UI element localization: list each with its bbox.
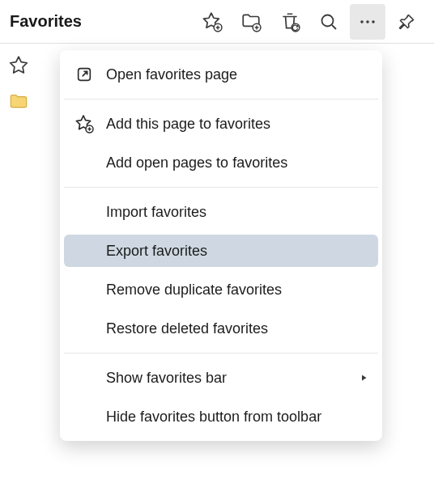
menu-remove-duplicates[interactable]: Remove duplicate favorites — [64, 273, 378, 306]
menu-item-label: Add this page to favorites — [106, 116, 368, 133]
menu-separator — [64, 187, 378, 188]
favorites-sidebar — [8, 55, 29, 112]
menu-separator — [64, 99, 378, 100]
more-horizontal-icon — [358, 12, 377, 32]
page-title: Favorites — [10, 12, 194, 31]
menu-item-label: Import favorites — [106, 204, 368, 221]
search-icon — [319, 12, 338, 32]
star-outline-icon — [8, 55, 29, 76]
menu-separator — [64, 353, 378, 354]
search-button[interactable] — [311, 4, 347, 40]
sidebar-folder-item[interactable] — [8, 91, 29, 112]
restore-deleted-button[interactable] — [272, 4, 308, 40]
more-options-button[interactable] — [350, 4, 385, 40]
sidebar-favorite-item[interactable] — [8, 55, 29, 76]
header-toolbar — [194, 4, 424, 40]
menu-add-open-pages[interactable]: Add open pages to favorites — [64, 146, 378, 179]
menu-export-favorites[interactable]: Export favorites — [64, 235, 378, 267]
menu-show-favorites-bar[interactable]: Show favorites bar — [64, 362, 378, 394]
star-add-icon — [74, 113, 95, 134]
menu-restore-deleted[interactable]: Restore deleted favorites — [64, 312, 378, 345]
pin-icon — [397, 12, 416, 32]
add-favorite-button[interactable] — [194, 4, 230, 40]
menu-add-this-page[interactable]: Add this page to favorites — [64, 108, 378, 140]
star-add-icon — [202, 11, 223, 32]
favorites-header: Favorites — [0, 0, 434, 44]
menu-item-label: Hide favorites button from toolbar — [106, 409, 368, 426]
svg-point-11 — [372, 20, 375, 23]
svg-point-10 — [366, 20, 369, 23]
menu-item-label: Export favorites — [106, 243, 368, 260]
menu-item-label: Remove duplicate favorites — [106, 282, 368, 299]
folder-icon — [8, 91, 29, 112]
svg-point-9 — [360, 20, 364, 23]
menu-item-label: Add open pages to favorites — [106, 155, 368, 172]
add-folder-button[interactable] — [233, 4, 269, 40]
menu-item-label: Restore deleted favorites — [106, 320, 368, 337]
menu-item-label: Show favorites bar — [106, 370, 359, 387]
more-options-menu: Open favorites page Add this page to fav… — [60, 50, 382, 441]
menu-open-favorites-page[interactable]: Open favorites page — [64, 58, 378, 91]
menu-item-label: Open favorites page — [106, 66, 368, 83]
open-external-icon — [74, 64, 95, 85]
trash-restore-icon — [279, 11, 300, 32]
svg-line-8 — [332, 25, 336, 29]
svg-point-7 — [322, 15, 334, 26]
pin-button[interactable] — [389, 4, 424, 40]
folder-add-icon — [240, 11, 262, 32]
menu-hide-favorites-button[interactable]: Hide favorites button from toolbar — [64, 400, 378, 433]
chevron-right-icon — [359, 370, 368, 387]
menu-import-favorites[interactable]: Import favorites — [64, 196, 378, 228]
